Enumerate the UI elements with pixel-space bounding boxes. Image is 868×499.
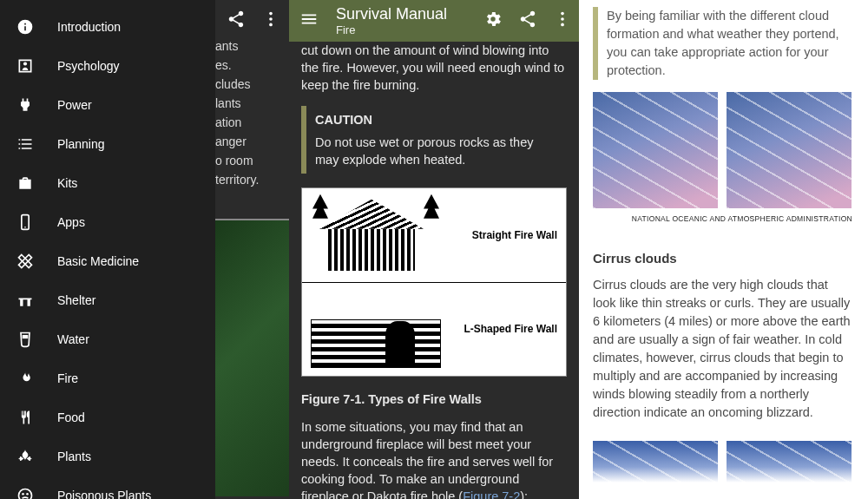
phone-icon	[16, 213, 35, 232]
caution-heading: CAUTION	[315, 111, 558, 128]
figure-fire-walls: Straight Fire Wall L-Shaped Fire Wall	[301, 187, 567, 377]
drawer-item-fire[interactable]: Fire	[0, 358, 215, 397]
drawer-item-food[interactable]: Food	[0, 397, 215, 437]
background-article-image	[215, 219, 289, 496]
drawer-item-label: Introduction	[57, 20, 121, 34]
svg-point-12	[561, 23, 564, 27]
svg-point-10	[561, 12, 564, 16]
toolbar-actions	[227, 0, 289, 42]
screenshot-2: Survival Manual Fire cut down on the amo…	[289, 0, 579, 499]
straight-fire-wall-illustration	[311, 196, 441, 274]
menu-icon[interactable]	[299, 10, 319, 32]
figure-link[interactable]: Figure 7-2	[463, 489, 520, 499]
section-heading-cirrus: Cirrus clouds	[593, 249, 854, 267]
drawer-item-power[interactable]: Power	[0, 85, 215, 124]
image-attribution: NATIONAL OCEANIC AND ATMOSPHERIC ADMINIS…	[593, 210, 852, 228]
drawer-item-label: Plants	[57, 450, 91, 463]
cloud-image-4	[727, 441, 852, 493]
toolbar-title: Survival Manual	[336, 5, 483, 23]
cloud-image-row	[593, 92, 854, 208]
figure-label-straight: Straight Fire Wall	[472, 227, 557, 244]
figure-label-lshaped: L-Shaped Fire Wall	[464, 320, 557, 338]
drawer-item-label: Shelter	[57, 293, 95, 307]
psychology-icon	[16, 56, 35, 76]
article-body[interactable]: cut down on the amount of wind blowing i…	[289, 42, 579, 499]
svg-point-1	[269, 17, 273, 21]
drawer-item-label: Psychology	[57, 59, 120, 73]
drawer-item-introduction[interactable]: Introduction	[0, 7, 215, 46]
drawer-item-basic-medicine[interactable]: Basic Medicine	[0, 241, 215, 280]
cloud-image-3	[593, 441, 718, 493]
drawer-item-apps[interactable]: Apps	[0, 202, 215, 241]
plants-icon	[16, 447, 35, 466]
power-icon	[16, 95, 35, 115]
screenshot-3: By being familiar with the different clo…	[579, 0, 868, 499]
info-icon	[16, 17, 35, 36]
svg-point-9	[26, 493, 29, 496]
drawer-item-kits[interactable]: Kits	[0, 163, 215, 202]
water-icon	[16, 330, 35, 349]
article-paragraph: In some situations, you may find that an…	[301, 418, 567, 499]
more-icon[interactable]	[553, 10, 572, 32]
drawer-item-planning[interactable]: Planning	[0, 124, 215, 163]
share-icon[interactable]	[227, 10, 246, 32]
cirrus-paragraph: Cirrus clouds are the very high clouds t…	[593, 276, 854, 422]
drawer-item-psychology[interactable]: Psychology	[0, 46, 215, 85]
drawer-item-label: Fire	[57, 371, 78, 385]
svg-point-3	[23, 62, 27, 65]
drawer-item-label: Basic Medicine	[57, 254, 139, 268]
toolbar-title-block: Survival Manual Fire	[336, 5, 483, 36]
figure-caption: Figure 7-1. Types of Fire Walls	[301, 391, 567, 408]
cloud-image-row-2	[593, 441, 854, 493]
caution-box: CAUTION Do not use wet or porous rocks a…	[301, 106, 567, 174]
screenshot-1: ants es. cludes lants ation anger o room…	[0, 0, 289, 499]
caution-text: Do not use wet or porous rocks as they m…	[315, 134, 558, 168]
svg-point-2	[269, 23, 273, 27]
poison-icon	[16, 486, 35, 500]
toolbar-subtitle: Fire	[336, 23, 483, 36]
briefcase-icon	[16, 174, 35, 193]
drawer-item-water[interactable]: Water	[0, 319, 215, 358]
fire-icon	[16, 369, 35, 388]
paragraph-text-a: In some situations, you may find that an…	[301, 420, 553, 499]
drawer-item-plants[interactable]: Plants	[0, 437, 215, 476]
drawer-item-label: Apps	[57, 215, 85, 229]
settings-icon[interactable]	[483, 10, 503, 32]
drawer-item-label: Kits	[57, 176, 77, 190]
svg-rect-6	[23, 335, 29, 338]
article-intro-paragraph: cut down on the amount of wind blowing i…	[301, 42, 567, 94]
drawer-item-label: Food	[57, 410, 85, 424]
drawer-item-poisonous-plants[interactable]: Poisonous Plants	[0, 476, 215, 499]
article-body[interactable]: By being familiar with the different clo…	[579, 0, 868, 499]
cloud-image-2	[727, 92, 852, 208]
intro-blockquote: By being familiar with the different clo…	[593, 7, 854, 80]
drawer-item-label: Planning	[57, 137, 105, 151]
drawer-item-label: Poisonous Plants	[57, 489, 151, 500]
cloud-image-1	[593, 92, 718, 208]
svg-point-8	[22, 493, 24, 496]
food-icon	[16, 408, 35, 427]
list-icon	[16, 135, 35, 154]
svg-point-5	[24, 227, 26, 228]
paragraph-text-b: ):	[520, 489, 528, 499]
share-icon[interactable]	[518, 10, 537, 32]
more-icon[interactable]	[261, 10, 280, 32]
l-shaped-fire-wall-illustration	[311, 290, 441, 368]
drawer-item-label: Water	[57, 332, 89, 346]
drawer-item-shelter[interactable]: Shelter	[0, 280, 215, 319]
app-toolbar: Survival Manual Fire	[289, 0, 579, 42]
background-article-text: ants es. cludes lants ation anger o room…	[215, 36, 289, 189]
navigation-drawer: Introduction Psychology Power Planning K…	[0, 0, 215, 499]
shelter-icon	[16, 291, 35, 310]
drawer-item-label: Power	[57, 98, 92, 112]
svg-point-0	[269, 12, 273, 16]
svg-point-11	[561, 17, 564, 21]
medicine-icon	[16, 252, 35, 271]
